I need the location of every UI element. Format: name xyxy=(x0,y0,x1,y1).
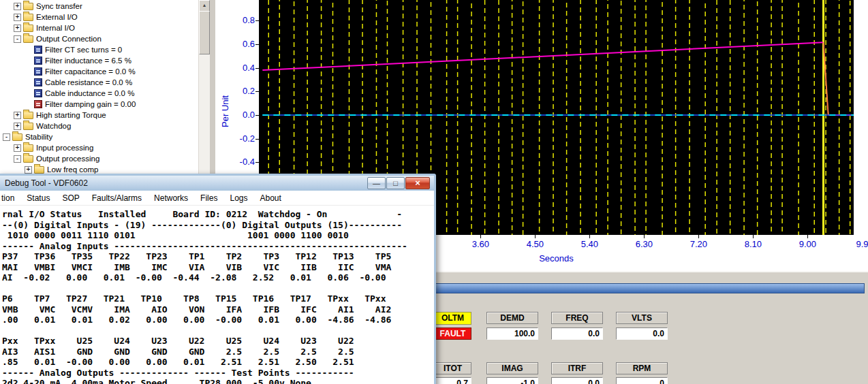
x-tick-label: 8.10 xyxy=(745,239,762,249)
tree-item-filter-damping-gain-0-00[interactable]: Filter damping gain = 0.00 xyxy=(0,99,198,110)
tree-item-label: Watchdog xyxy=(36,122,71,130)
tree-item-filter-capacitance-0-0[interactable]: Filter capacitance = 0.0 % xyxy=(0,66,198,77)
tree-item-stability[interactable]: -Stability xyxy=(0,131,198,142)
imag-value[interactable]: -1.0 xyxy=(486,377,538,384)
folder-icon xyxy=(23,144,33,152)
tree-item-watchdog[interactable]: +Watchdog xyxy=(0,121,198,131)
tree-item-output-connection[interactable]: -Output Connection xyxy=(0,33,198,44)
tree-item-label: Cable inductance = 0.0 % xyxy=(45,89,134,97)
collapse-minus-icon[interactable]: - xyxy=(14,155,21,163)
x-tick-mark xyxy=(480,235,481,238)
folder-icon xyxy=(23,112,33,119)
folder-icon xyxy=(34,166,44,174)
x-tick-mark xyxy=(644,235,645,238)
desktop: +Sync transfer+External I/O+Internal I/O… xyxy=(0,0,868,384)
freq-label: FREQ xyxy=(551,312,603,324)
y-tick-label: 0.0 xyxy=(215,110,255,120)
tree-item-filter-inductance-6-5[interactable]: Filter inductance = 6.5 % xyxy=(0,55,198,66)
demd-value[interactable]: 100.0 xyxy=(486,327,538,340)
demd-label: DEMD xyxy=(486,312,538,324)
tree-item-cable-resistance-0-0[interactable]: Cable resistance = 0.0 % xyxy=(0,77,198,88)
y-tick-label: 0.2 xyxy=(215,86,255,96)
expand-plus-icon[interactable]: + xyxy=(14,3,21,10)
expand-plus-icon[interactable]: + xyxy=(14,144,21,152)
config-tree: +Sync transfer+External I/O+Internal I/O… xyxy=(0,1,198,175)
indent-spacer xyxy=(25,90,32,97)
parameter-icon xyxy=(34,89,42,97)
expand-plus-icon[interactable]: + xyxy=(14,112,21,119)
folder-icon xyxy=(23,35,33,43)
debug-text-line: ------ Analog Outputs ------------- ----… xyxy=(2,368,434,379)
tree-item-label: External I/O xyxy=(36,13,78,21)
itot-value[interactable]: 0.7 xyxy=(434,377,471,384)
parameter-icon xyxy=(34,46,42,54)
collapse-minus-icon[interactable]: - xyxy=(14,35,21,43)
menu-item-files[interactable]: Files xyxy=(194,192,223,204)
folder-icon xyxy=(23,155,33,163)
y-tick-label: -0.2 xyxy=(215,133,255,144)
close-button[interactable]: × xyxy=(405,177,430,189)
tree-item-cable-inductance-0-0[interactable]: Cable inductance = 0.0 % xyxy=(0,88,198,99)
debug-tool-window: Debug Tool - VDF0602 — □ × tionStatusSOP… xyxy=(0,174,436,384)
tree-item-label: Output processing xyxy=(36,155,99,163)
folder-icon xyxy=(12,133,22,141)
tree-item-internal-i-o[interactable]: +Internal I/O xyxy=(0,22,198,33)
expand-plus-icon[interactable]: + xyxy=(14,25,21,32)
debug-text-line xyxy=(2,283,434,294)
rpm-value[interactable]: 0 xyxy=(616,377,668,384)
debug-text-line: .85 0.01 -0.00 0.00 0.00 0.01 2.51 2.51 … xyxy=(2,357,434,368)
tree-item-filter-ct-sec-turns-0[interactable]: Filter CT sec turns = 0 xyxy=(0,44,198,55)
debug-text-line: Pxx TPxx U25 U24 U23 U22 U25 U24 U23 U22 xyxy=(2,336,434,347)
tree-item-label: Low freq comp xyxy=(47,165,98,174)
menu-item-logs[interactable]: Logs xyxy=(223,192,253,204)
scrollbar-thumb[interactable] xyxy=(199,11,210,54)
debug-text-line: --(0) Digital Inputs - (19) ------------… xyxy=(2,220,434,231)
menu-item-faults-alarms[interactable]: Faults/Alarms xyxy=(86,192,148,204)
oltm-indicator[interactable]: OLTM xyxy=(434,312,471,325)
tree-item-label: Filter CT sec turns = 0 xyxy=(45,46,122,54)
x-tick-mark xyxy=(589,235,590,238)
debug-title-bar[interactable]: Debug Tool - VDF0602 — □ × xyxy=(0,176,434,191)
x-tick-mark xyxy=(807,235,808,238)
folder-icon xyxy=(23,3,33,10)
x-tick-label: 3.60 xyxy=(472,239,489,249)
menu-item-networks[interactable]: Networks xyxy=(148,192,194,204)
y-tick-label: -0.4 xyxy=(215,157,255,167)
vlts-value[interactable]: 0.0 xyxy=(616,327,668,340)
tree-item-label: High starting Torque xyxy=(36,111,106,119)
y-tick-label: 0.4 xyxy=(215,63,255,73)
x-tick-label: 5.40 xyxy=(581,239,598,249)
scroll-up-button[interactable]: ▲ xyxy=(199,0,210,12)
menu-item-tion[interactable]: tion xyxy=(0,192,20,204)
indent-spacer xyxy=(25,46,32,54)
tree-item-output-processing[interactable]: -Output processing xyxy=(0,153,198,164)
tree-item-external-i-o[interactable]: +External I/O xyxy=(0,12,198,22)
menu-item-sop[interactable]: SOP xyxy=(56,192,85,204)
maximize-button[interactable]: □ xyxy=(386,177,405,189)
menu-item-status[interactable]: Status xyxy=(20,192,56,204)
expand-plus-icon[interactable]: + xyxy=(14,14,21,21)
itot-label: ITOT xyxy=(434,362,471,374)
reference-ramp xyxy=(262,42,823,70)
parameter-icon xyxy=(34,67,42,76)
minimize-button[interactable]: — xyxy=(367,177,386,189)
expand-plus-icon[interactable]: + xyxy=(25,166,32,174)
tree-item-label: Output Connection xyxy=(36,35,102,43)
debug-menu-bar: tionStatusSOPFaults/AlarmsNetworksFilesL… xyxy=(0,191,434,206)
x-tick-label: 7.20 xyxy=(690,239,707,249)
debug-text-line: .00 0.01 0.01 0.02 0.00 0.00 -0.00 0.01 … xyxy=(2,315,434,325)
itrf-value[interactable]: 0.0 xyxy=(551,377,603,384)
tree-item-high-starting-torque[interactable]: +High starting Torque xyxy=(0,110,198,121)
collapse-minus-icon[interactable]: - xyxy=(3,133,10,141)
x-tick-label: 9.00 xyxy=(799,239,816,249)
fault-indicator[interactable]: FAULT xyxy=(434,327,471,340)
tree-item-input-processing[interactable]: +Input processing xyxy=(0,142,198,153)
expand-plus-icon[interactable]: + xyxy=(14,123,21,130)
folder-icon xyxy=(23,14,33,21)
parameter-icon xyxy=(34,78,42,86)
menu-item-about[interactable]: About xyxy=(253,192,287,204)
x-tick-mark xyxy=(535,235,536,238)
freq-value[interactable]: 0.0 xyxy=(551,327,603,340)
tree-item-sync-transfer[interactable]: +Sync transfer xyxy=(0,1,198,12)
tree-item-label: Stability xyxy=(25,133,52,141)
